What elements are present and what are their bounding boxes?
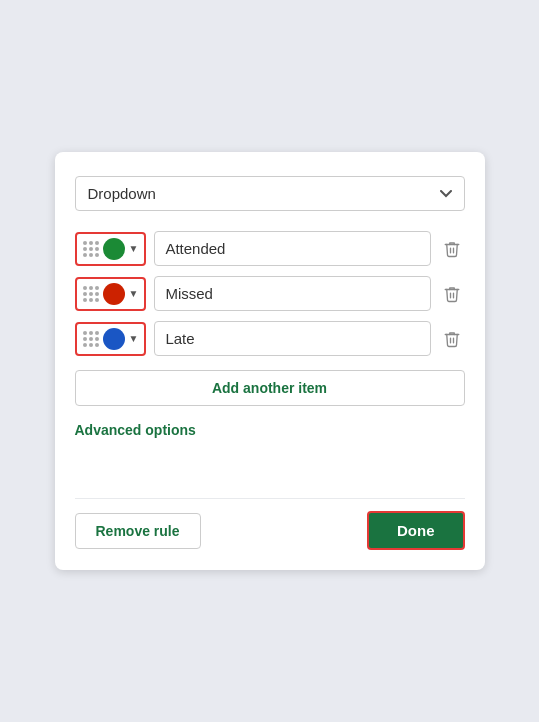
- done-button[interactable]: Done: [367, 511, 465, 550]
- form-card: Dropdown Text Number Date Checkbox ▼: [55, 152, 485, 570]
- color-circle-late: [103, 328, 125, 350]
- trash-icon: [443, 239, 461, 259]
- trash-icon: [443, 329, 461, 349]
- dropdown-row: Dropdown Text Number Date Checkbox: [75, 176, 465, 211]
- color-circle-missed: [103, 283, 125, 305]
- color-circle-attended: [103, 238, 125, 260]
- color-control-attended[interactable]: ▼: [75, 232, 147, 266]
- delete-attended-button[interactable]: [439, 235, 465, 263]
- drag-handle-icon[interactable]: [83, 286, 99, 302]
- chevron-down-icon: ▼: [129, 244, 139, 254]
- delete-missed-button[interactable]: [439, 280, 465, 308]
- color-control-missed[interactable]: ▼: [75, 277, 147, 311]
- advanced-options-link[interactable]: Advanced options: [75, 422, 465, 438]
- remove-rule-button[interactable]: Remove rule: [75, 513, 201, 549]
- drag-handle-icon[interactable]: [83, 331, 99, 347]
- table-row: ▼: [75, 321, 465, 356]
- item-input-attended[interactable]: [154, 231, 430, 266]
- chevron-down-icon: ▼: [129, 289, 139, 299]
- delete-late-button[interactable]: [439, 325, 465, 353]
- item-input-late[interactable]: [154, 321, 430, 356]
- add-item-button[interactable]: Add another item: [75, 370, 465, 406]
- table-row: ▼: [75, 276, 465, 311]
- trash-icon: [443, 284, 461, 304]
- items-list: ▼ ▼: [75, 231, 465, 356]
- drag-handle-icon[interactable]: [83, 241, 99, 257]
- chevron-down-icon: ▼: [129, 334, 139, 344]
- footer: Remove rule Done: [75, 498, 465, 550]
- table-row: ▼: [75, 231, 465, 266]
- item-input-missed[interactable]: [154, 276, 430, 311]
- color-control-late[interactable]: ▼: [75, 322, 147, 356]
- type-dropdown[interactable]: Dropdown Text Number Date Checkbox: [75, 176, 465, 211]
